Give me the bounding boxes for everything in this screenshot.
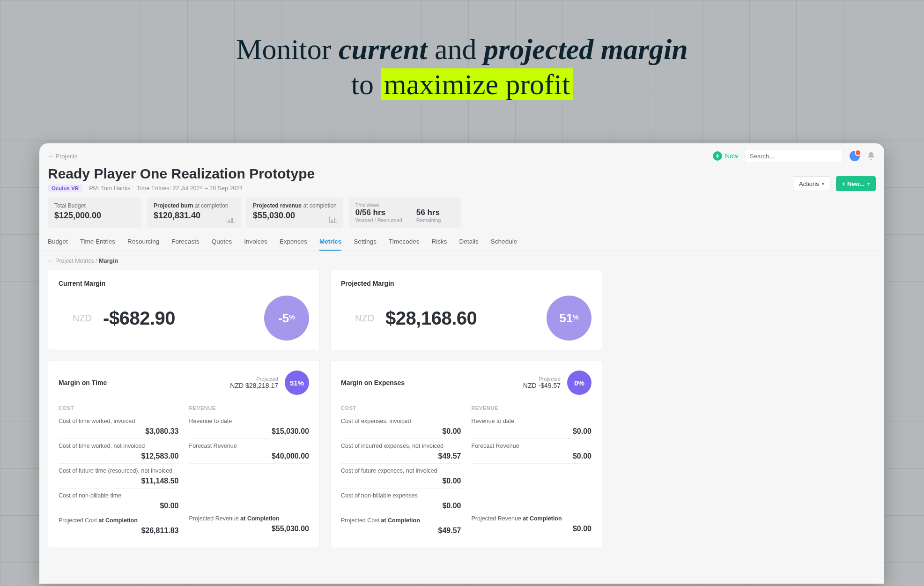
hero-highlight: maximize profit (381, 68, 573, 100)
stat-value: $120,831.40 (154, 211, 234, 221)
chevron-down-icon: ▾ (867, 181, 870, 186)
projected-label: Projected (230, 376, 278, 382)
line-item-label: Cost of non-billable expenses (341, 492, 461, 499)
margin-percent-badge: -5% (264, 296, 309, 341)
margin-percent-badge: 51% (547, 296, 591, 341)
cost-total-row: Projected Cost at Completion $26,811.83 (59, 513, 179, 538)
line-item-label: Forecast Revenue (472, 443, 592, 449)
tab-details[interactable]: Details (459, 233, 479, 251)
stat-value: $55,030.00 (253, 211, 337, 221)
tab-timecodes[interactable]: Timecodes (389, 233, 420, 251)
hero-text: and (427, 33, 484, 65)
cost-total-row: Projected Cost at Completion $49.57 (341, 513, 461, 538)
line-item-label: Cost of incurred expenses, not invoiced (341, 443, 461, 449)
client-chip[interactable]: Oculus VR (48, 185, 82, 192)
stat-label: This Week (355, 202, 402, 208)
column-header-cost: COST (341, 405, 461, 414)
pct-value: 51 (559, 311, 573, 325)
timer-icon[interactable] (850, 151, 860, 161)
tab-quotes[interactable]: Quotes (212, 233, 232, 251)
line-item-label: Revenue to date (472, 418, 592, 424)
line-item-value: $0.00 (472, 452, 592, 460)
hero-em-current: current (339, 33, 427, 65)
new-button-top[interactable]: + New (713, 151, 738, 161)
line-item-row: Cost of non-billable time$0.00 (59, 489, 179, 513)
card-title: Projected Margin (341, 280, 591, 287)
currency-label: NZD (355, 313, 374, 324)
line-item-value: $0.00 (472, 427, 592, 436)
pm-label: PM: (89, 185, 99, 192)
line-item-value: $3,080.33 (59, 427, 179, 436)
tab-resourcing[interactable]: Resourcing (127, 233, 159, 251)
pm-name: Tom Hanks (101, 185, 131, 192)
tab-invoices[interactable]: Invoices (244, 233, 267, 251)
line-item-row: Cost of time worked, not invoiced$12,583… (59, 439, 179, 464)
line-item-label: Revenue to date (189, 418, 310, 424)
revenue-total-row: Projected Revenue at Completion $55,030.… (189, 512, 310, 536)
tab-metrics[interactable]: Metrics (319, 233, 341, 251)
topbar: ← Projects + New (39, 143, 884, 165)
bell-icon[interactable] (866, 151, 876, 161)
line-item-row: Cost of time worked, invoiced$3,080.33 (59, 414, 179, 439)
projected-value: NZD -$49.57 (523, 382, 561, 389)
pct-value: -5 (278, 311, 289, 325)
stat-revenue: Projected revenue at completion $55,030.… (246, 198, 343, 228)
line-item-label: Cost of future time (resourced), not inv… (59, 467, 179, 474)
line-item-label: Cost of non-billable time (59, 492, 179, 499)
hero-heading: Monitor current and projected margin to … (0, 0, 924, 101)
breadcrumb: ← Project Metrics / Margin (39, 251, 884, 268)
plus-icon: + (713, 151, 722, 161)
margin-amount: $28,168.60 (385, 308, 477, 329)
hero-text: to (351, 68, 381, 100)
tab-settings[interactable]: Settings (354, 233, 377, 251)
revenue-total-row: Projected Revenue at Completion $0.00 (472, 512, 592, 536)
tab-risks[interactable]: Risks (432, 233, 447, 251)
line-item-row: Cost of future time (resourced), not inv… (59, 464, 179, 489)
search-input[interactable] (745, 149, 843, 163)
tab-forecasts[interactable]: Forecasts (171, 233, 199, 251)
new-label: + New... (842, 180, 865, 187)
stat-sublabel: Worked / Resourced (355, 217, 402, 223)
stat-value: $125,000.00 (54, 211, 135, 221)
line-item-value: $0.00 (341, 477, 461, 485)
line-item-label: Cost of time worked, not invoiced (59, 443, 179, 449)
stat-sublabel: Remaining (416, 217, 441, 223)
tab-time-entries[interactable]: Time Entries (80, 233, 115, 251)
line-item-row: Cost of non-billable expenses$0.00 (341, 489, 461, 513)
cost-total-value: $49.57 (341, 527, 461, 535)
percent-badge: 0% (567, 371, 591, 395)
page-header: Ready Player One Realization Prototype O… (39, 165, 884, 197)
chart-icon[interactable] (329, 216, 338, 223)
hero-em-projected: projected margin (484, 33, 688, 65)
app-window: ← Projects + New Ready Player One Realiz… (39, 143, 884, 584)
projected-value: NZD $28,218.17 (230, 382, 278, 389)
column-header-cost: COST (59, 405, 179, 414)
new-button[interactable]: + New...▾ (836, 176, 876, 191)
card-title: Margin on Time (59, 379, 107, 386)
hero-text: Monitor (236, 33, 339, 65)
actions-button[interactable]: Actions▾ (793, 176, 830, 191)
pct-suffix: % (289, 313, 295, 320)
revenue-total-value: $0.00 (472, 525, 592, 533)
stat-burn: Projected burn at completion $120,831.40 (147, 198, 241, 228)
stat-week: This Week 0/56 hrs Worked / Resourced 56… (349, 198, 461, 228)
line-item-row: Cost of expenses, invoiced$0.00 (341, 414, 461, 439)
chart-icon[interactable] (227, 216, 235, 223)
card-title: Margin on Expenses (341, 379, 405, 386)
tab-schedule[interactable]: Schedule (491, 233, 517, 251)
line-item-label: Cost of expenses, invoiced (341, 418, 461, 424)
line-item-label: Cost of future expenses, not invoiced (341, 467, 461, 474)
tab-expenses[interactable]: Expenses (280, 233, 307, 251)
tab-budget[interactable]: Budget (48, 233, 68, 251)
card-title: Current Margin (59, 280, 309, 287)
line-item-row: Revenue to date$15,030.00 (189, 414, 310, 439)
stat-budget: Total Budget $125,000.00 (48, 198, 141, 228)
line-item-value: $12,583.00 (59, 452, 179, 460)
stats-row: Total Budget $125,000.00 Projected burn … (39, 197, 884, 233)
actions-label: Actions (799, 180, 819, 187)
tabs: BudgetTime EntriesResourcingForecastsQuo… (39, 233, 884, 251)
line-item-value: $0.00 (59, 502, 179, 510)
back-to-projects-link[interactable]: ← Projects (48, 153, 78, 160)
breadcrumb-back[interactable]: ← Project Metrics (48, 258, 94, 264)
currency-label: NZD (73, 313, 92, 324)
